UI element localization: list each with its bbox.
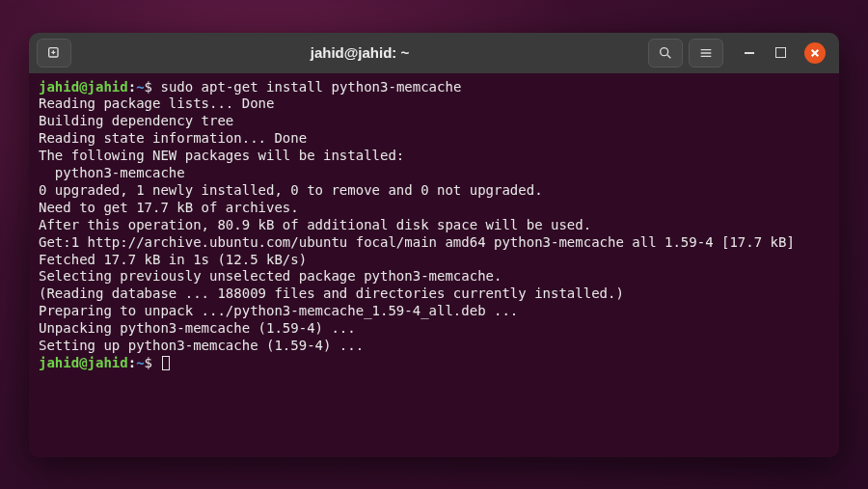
output-line: Fetched 17.7 kB in 1s (12.5 kB/s) bbox=[39, 252, 829, 269]
window-title: jahid@jahid: ~ bbox=[77, 44, 642, 61]
svg-point-3 bbox=[661, 47, 668, 55]
titlebar-right bbox=[648, 39, 831, 68]
output-line: Preparing to unpack .../python3-memcache… bbox=[39, 303, 829, 320]
prompt-user-host: jahid@jahid bbox=[39, 355, 128, 370]
prompt-symbol: $ bbox=[145, 355, 152, 370]
prompt-path: ~ bbox=[136, 355, 144, 370]
prompt-line: jahid@jahid:~$ sudo apt-get install pyth… bbox=[39, 79, 829, 96]
search-icon bbox=[658, 45, 673, 61]
output-line: Unpacking python3-memcache (1.59-4) ... bbox=[39, 320, 829, 338]
menu-button[interactable] bbox=[689, 39, 723, 68]
terminal-body[interactable]: jahid@jahid:~$ sudo apt-get install pyth… bbox=[29, 73, 839, 457]
close-button[interactable] bbox=[804, 42, 826, 64]
output-line: Get:1 http://archive.ubuntu.com/ubuntu f… bbox=[39, 234, 829, 252]
prompt-user-host: jahid@jahid bbox=[39, 79, 128, 95]
hamburger-icon bbox=[698, 45, 714, 61]
output-line: After this operation, 80.9 kB of additio… bbox=[39, 217, 829, 234]
titlebar: jahid@jahid: ~ bbox=[29, 33, 839, 73]
search-button[interactable] bbox=[648, 39, 683, 68]
output-line: Building dependency tree bbox=[39, 113, 829, 130]
terminal-window: jahid@jahid: ~ bbox=[29, 33, 839, 457]
output-line: Reading state information... Done bbox=[39, 130, 829, 148]
cursor bbox=[162, 356, 170, 370]
command-text: sudo apt-get install python3-memcache bbox=[160, 79, 461, 95]
output-line: 0 upgraded, 1 newly installed, 0 to remo… bbox=[39, 182, 829, 200]
output-line: The following NEW packages will be insta… bbox=[39, 148, 829, 165]
output-line: (Reading database ... 188009 files and d… bbox=[39, 285, 829, 303]
output-line: Reading package lists... Done bbox=[39, 95, 829, 113]
output-line: Need to get 17.7 kB of archives. bbox=[39, 200, 829, 217]
prompt-symbol: $ bbox=[145, 79, 152, 95]
maximize-button[interactable] bbox=[773, 46, 787, 60]
svg-line-4 bbox=[667, 55, 670, 58]
prompt-path: ~ bbox=[136, 79, 144, 95]
new-tab-icon bbox=[46, 45, 62, 61]
output-line: Selecting previously unselected package … bbox=[39, 268, 829, 285]
window-controls bbox=[743, 42, 826, 64]
prompt-line-idle: jahid@jahid:~$ bbox=[39, 355, 829, 372]
output-line: python3-memcache bbox=[39, 165, 829, 182]
close-icon bbox=[810, 48, 820, 58]
prompt-colon: : bbox=[128, 355, 136, 370]
prompt-colon: : bbox=[128, 79, 136, 95]
output-line: Setting up python3-memcache (1.59-4) ... bbox=[39, 338, 829, 355]
minimize-button[interactable] bbox=[743, 46, 756, 60]
new-tab-button[interactable] bbox=[37, 39, 71, 68]
